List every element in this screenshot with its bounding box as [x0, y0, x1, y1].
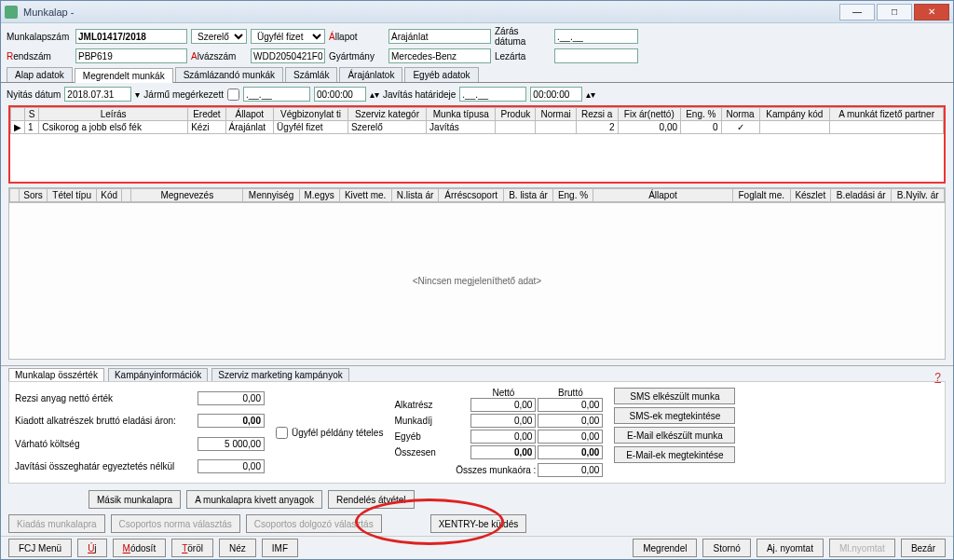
items-grid-header: Sors Tétel típu Kód Megnevezés Mennyiség…	[8, 187, 946, 203]
col-ptr	[11, 108, 25, 121]
xentry-button[interactable]: XENTRY-be küldés	[430, 514, 527, 533]
ml-nyomtat-button: Ml.nyomtat	[829, 539, 895, 557]
netto-header: Nettó	[470, 388, 536, 398]
btab-munkalap-osszertek[interactable]: Munkalap összérték	[8, 368, 104, 381]
allapot-field[interactable]	[388, 29, 491, 44]
alkatresz-brutto[interactable]	[538, 398, 603, 412]
alvazszam-field[interactable]	[251, 48, 325, 63]
col-fizeto[interactable]: A munkát fizető partner	[830, 108, 944, 121]
rendeles-atvetel-button[interactable]: Rendelés átvétel	[328, 490, 415, 509]
munkadij-netto[interactable]	[470, 414, 536, 428]
rezsi-field[interactable]	[198, 391, 265, 405]
time-spinner-icon[interactable]: ▴▾	[370, 89, 379, 100]
ugyfel-fizet-select[interactable]: Ügyfél fizet	[251, 29, 325, 44]
kivett-anyagok-button[interactable]: A munkalapra kivett anyagok	[186, 490, 322, 509]
col-allapot[interactable]: Állapot	[225, 108, 274, 121]
maximize-button[interactable]: □	[877, 4, 912, 20]
tab-alap-adatok[interactable]: Alap adatok	[7, 67, 73, 82]
nez-button[interactable]: Néz	[219, 539, 256, 557]
modosit-button[interactable]: Módosít	[113, 539, 167, 557]
zaras-datuma-field[interactable]	[554, 29, 638, 44]
titlebar: Munkalap - — □ ✕	[1, 1, 953, 23]
jarmu-megerkezett-label: Jármű megérkezett	[143, 89, 224, 100]
col-leiras[interactable]: Leírás	[39, 108, 188, 121]
fcj-menu-button[interactable]: FCJ Menü	[8, 539, 72, 557]
table-row[interactable]: ▶ 1 Csikorog a jobb első fék Kézi Áraján…	[11, 121, 944, 134]
email-elkeszult-button[interactable]: E-Mail elkészült munka	[614, 427, 735, 444]
btab-szerviz-marketing[interactable]: Szerviz marketing kampányok	[211, 368, 348, 381]
zaras-datuma-label: Zárás dátuma	[495, 26, 551, 47]
window-title: Munkalap -	[23, 7, 839, 18]
kiadas-munkalapra-button: Kiadás munkalapra	[8, 514, 105, 533]
tab-egyeb-adatok[interactable]: Egyéb adatok	[404, 67, 478, 82]
col-fixar[interactable]: Fix ár(nettó)	[618, 108, 681, 121]
storno-button[interactable]: Stornó	[702, 539, 750, 557]
alvazszam-label: Alvázszám	[191, 51, 247, 61]
dropdown-icon[interactable]: ▾	[135, 89, 140, 100]
munkalapszam-label: Munkalapszám	[7, 32, 72, 42]
col-rezsi[interactable]: Rezsi a	[576, 108, 618, 121]
brutto-header: Bruttó	[538, 388, 603, 398]
col-vegbizonylat[interactable]: Végbizonylat ti	[274, 108, 348, 121]
rendszam-field[interactable]	[75, 48, 187, 63]
jarmu-time-field[interactable]	[314, 87, 366, 102]
szerelo-select[interactable]: Szerelő	[191, 29, 247, 44]
varhato-field[interactable]	[198, 437, 265, 451]
javitas-time-field[interactable]	[530, 87, 582, 102]
torol-button[interactable]: Töröl	[171, 539, 213, 557]
osszesen-brutto[interactable]	[538, 445, 603, 459]
munkadij-brutto[interactable]	[538, 414, 603, 428]
gyartmany-field[interactable]	[388, 48, 491, 63]
col-munkatipusa[interactable]: Munka típusa	[427, 108, 496, 121]
lezarta-label: Lezárta	[495, 51, 551, 61]
close-button[interactable]: ✕	[914, 4, 949, 20]
ugyfel-peldany-label: Ügyfél példány tételes	[292, 428, 383, 438]
kiadott-label: Kiadott alkatrészek bruttó eladási áron:	[15, 416, 192, 426]
tab-szamlazando-munkak[interactable]: Számlázandó munkák	[175, 67, 283, 82]
tab-megrendelt-munkak[interactable]: Megrendelt munkák	[75, 68, 173, 83]
aj-nyomtat-button[interactable]: Aj. nyomtat	[756, 539, 824, 557]
ugyfel-peldany-checkbox[interactable]	[276, 427, 288, 439]
col-norma[interactable]: Norma	[721, 108, 759, 121]
help-icon[interactable]: ?	[934, 371, 941, 384]
col-eredet[interactable]: Eredet	[188, 108, 225, 121]
jarmu-date-field[interactable]	[243, 87, 310, 102]
minimize-button[interactable]: —	[839, 4, 875, 20]
imf-button[interactable]: IMF	[262, 539, 298, 557]
sms-elkeszult-button[interactable]: SMS elkészült munka	[614, 388, 735, 404]
javitas-date-field[interactable]	[459, 87, 526, 102]
csoportos-dolgozo-button: Csoportos dolgozó választás	[246, 514, 382, 533]
email-megtekintese-button[interactable]: E-Mail-ek megtekintése	[614, 446, 735, 463]
btab-kampanyinformaciok[interactable]: Kampányinformációk	[108, 368, 208, 381]
masik-munkalapra-button[interactable]: Másik munkalapra	[89, 490, 181, 509]
time-spinner-icon[interactable]: ▴▾	[586, 89, 595, 100]
col-normai[interactable]: Normai	[536, 108, 576, 121]
kiadott-field[interactable]	[198, 414, 265, 428]
javitasi-field[interactable]	[198, 459, 265, 473]
jarmu-megerkezett-checkbox[interactable]	[227, 89, 239, 101]
jobs-grid[interactable]: S Leírás Eredet Állapot Végbizonylat ti …	[8, 105, 946, 184]
tab-arajanlatok[interactable]: Árajánlatok	[339, 67, 402, 82]
col-szerviz[interactable]: Szerviz kategór	[348, 108, 426, 121]
col-kampany[interactable]: Kampány kód	[759, 108, 830, 121]
lezarta-field[interactable]	[554, 48, 638, 63]
egyeb-brutto[interactable]	[538, 430, 603, 444]
gyartmany-label: Gyártmány	[329, 51, 385, 61]
col-eng[interactable]: Eng. %	[681, 108, 722, 121]
javitas-hatarideje-label: Javítás határideje	[383, 89, 456, 100]
osszesen-netto[interactable]	[470, 445, 536, 459]
col-s[interactable]: S	[25, 108, 39, 121]
nyitas-datum-label: Nyitás dátum	[7, 89, 61, 100]
munkalapszam-field[interactable]	[75, 29, 187, 44]
osszes-munkaora[interactable]	[538, 463, 603, 477]
sms-megtekintese-button[interactable]: SMS-ek megtekintése	[614, 407, 735, 424]
nyitas-datum-field[interactable]	[64, 87, 131, 102]
tab-szamlak[interactable]: Számlák	[285, 67, 337, 82]
egyeb-netto[interactable]	[470, 430, 536, 444]
megrendel-button[interactable]: Megrendel	[633, 539, 697, 557]
bezar-button[interactable]: Bezár	[901, 539, 946, 557]
alkatresz-netto[interactable]	[470, 398, 536, 412]
col-produk[interactable]: Produk	[496, 108, 536, 121]
row-pointer-icon: ▶	[11, 121, 25, 134]
uj-button[interactable]: Új	[77, 539, 106, 557]
